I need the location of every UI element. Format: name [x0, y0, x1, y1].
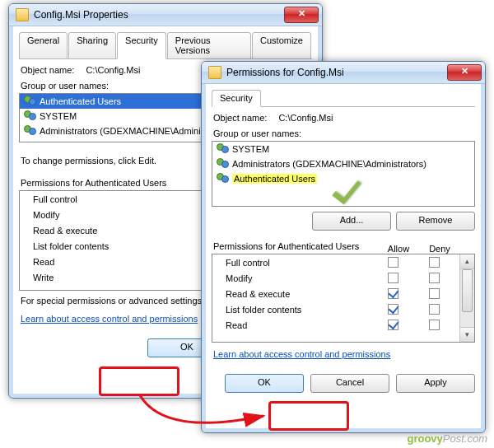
allow-checkbox[interactable] [388, 288, 398, 299]
perm-row[interactable]: Read [212, 317, 474, 333]
permissions-dialog: Permissions for Config.Msi ✕ Security Ob… [201, 61, 486, 433]
users-icon [23, 110, 36, 122]
window-title: Permissions for Config.Msi [226, 67, 447, 78]
tab-strip: General Sharing Security Previous Versio… [19, 31, 312, 59]
perm-row[interactable]: List folder contents [212, 301, 474, 317]
list-item[interactable]: Administrators (GDEXMACHINE\Administrato… [212, 156, 474, 171]
scrollbar[interactable]: ▴ ▾ [459, 254, 474, 342]
object-name-value: C:\Config.Msi [86, 65, 140, 75]
learn-link[interactable]: Learn about access control and permissio… [213, 349, 390, 359]
folder-icon [16, 8, 29, 21]
tab-strip: Security [212, 89, 475, 107]
perm-for-label: Permissions for Authenticated Users [213, 241, 376, 251]
users-icon [216, 173, 229, 184]
deny-checkbox[interactable] [429, 257, 440, 268]
object-name-label: Object name: [21, 65, 74, 75]
list-item[interactable]: SYSTEM [212, 142, 474, 156]
users-icon [216, 158, 229, 170]
close-button[interactable]: ✕ [284, 7, 319, 23]
tab-sharing[interactable]: Sharing [68, 32, 116, 59]
group-label: Group or user names: [213, 128, 473, 138]
titlebar[interactable]: Permissions for Config.Msi ✕ [202, 62, 485, 84]
annotation-checkmark-icon [329, 173, 362, 206]
remove-button[interactable]: Remove [396, 212, 475, 231]
tab-general[interactable]: General [19, 32, 68, 59]
object-name-label: Object name: [213, 113, 267, 123]
folder-icon [208, 66, 221, 79]
perm-row[interactable]: Full control [212, 254, 474, 270]
allow-checkbox[interactable] [388, 257, 398, 268]
users-icon [23, 125, 36, 137]
titlebar[interactable]: Config.Msi Properties ✕ [9, 4, 322, 26]
window-title: Config.Msi Properties [34, 9, 284, 21]
users-icon [216, 143, 229, 155]
object-name-value: C:\Config.Msi [278, 113, 333, 123]
tab-previous-versions[interactable]: Previous Versions [167, 32, 251, 59]
users-icon [23, 96, 36, 107]
allow-checkbox[interactable] [388, 273, 398, 283]
allow-checkbox[interactable] [388, 304, 398, 315]
perm-for-label: Permissions for Authenticated Users [21, 178, 228, 188]
tab-security[interactable]: Security [212, 90, 261, 107]
cancel-button[interactable]: Cancel [310, 374, 389, 393]
ok-button[interactable]: OK [225, 374, 304, 393]
add-button[interactable]: Add... [312, 212, 391, 231]
perm-row[interactable]: Read & execute [212, 286, 474, 301]
deny-checkbox[interactable] [429, 320, 440, 330]
deny-checkbox[interactable] [429, 288, 440, 299]
col-deny: Deny [419, 244, 460, 254]
col-allow: Allow [378, 244, 419, 254]
deny-checkbox[interactable] [429, 304, 440, 315]
close-button[interactable]: ✕ [447, 64, 482, 81]
tab-customize[interactable]: Customize [252, 32, 311, 59]
perm-row[interactable]: Modify [212, 270, 474, 286]
permissions-grid: Full control Modify Read & execute List … [212, 254, 475, 343]
learn-link[interactable]: Learn about access control and permissio… [21, 314, 198, 324]
allow-checkbox[interactable] [388, 320, 398, 330]
watermark: groovyPost.com [407, 432, 487, 445]
deny-checkbox[interactable] [429, 273, 440, 283]
apply-button[interactable]: Apply [396, 374, 475, 393]
tab-security[interactable]: Security [117, 32, 166, 59]
